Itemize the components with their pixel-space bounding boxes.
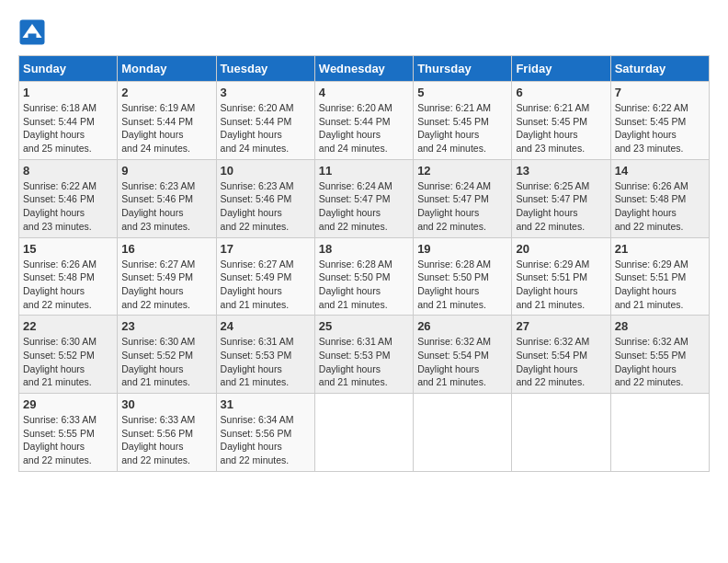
calendar-cell: 29 Sunrise: 6:33 AMSunset: 5:55 PMDaylig… <box>19 394 118 472</box>
day-number: 28 <box>615 319 705 333</box>
day-number: 5 <box>417 86 507 99</box>
day-number: 10 <box>221 164 311 178</box>
day-detail: Sunrise: 6:18 AMSunset: 5:44 PMDaylight … <box>23 101 113 155</box>
day-detail: Sunrise: 6:31 AMSunset: 5:53 PMDaylight … <box>319 335 409 389</box>
day-number: 8 <box>23 164 113 178</box>
day-number: 23 <box>121 319 211 333</box>
day-detail: Sunrise: 6:21 AMSunset: 5:45 PMDaylight … <box>417 101 507 155</box>
calendar-cell: 21 Sunrise: 6:29 AMSunset: 5:51 PMDaylig… <box>610 237 709 316</box>
calendar-body: 1 Sunrise: 6:18 AMSunset: 5:44 PMDayligh… <box>19 82 710 472</box>
header-day-sunday: Sunday <box>19 56 118 82</box>
calendar-table: SundayMondayTuesdayWednesdayThursdayFrid… <box>18 55 710 472</box>
calendar-cell: 11 Sunrise: 6:24 AMSunset: 5:47 PMDaylig… <box>314 159 413 237</box>
calendar-cell: 20 Sunrise: 6:29 AMSunset: 5:51 PMDaylig… <box>512 237 610 316</box>
day-detail: Sunrise: 6:33 AMSunset: 5:55 PMDaylight … <box>23 413 113 467</box>
calendar-cell: 3 Sunrise: 6:20 AMSunset: 5:44 PMDayligh… <box>216 82 314 160</box>
calendar-cell: 5 Sunrise: 6:21 AMSunset: 5:45 PMDayligh… <box>414 82 512 160</box>
calendar-cell <box>414 394 512 472</box>
day-detail: Sunrise: 6:20 AMSunset: 5:44 PMDaylight … <box>221 101 311 155</box>
calendar-cell: 28 Sunrise: 6:32 AMSunset: 5:55 PMDaylig… <box>610 316 709 394</box>
calendar-cell: 10 Sunrise: 6:23 AMSunset: 5:46 PMDaylig… <box>216 159 314 237</box>
header-day-monday: Monday <box>118 56 216 82</box>
header-day-thursday: Thursday <box>414 56 512 82</box>
svg-rect-2 <box>28 34 37 41</box>
calendar-cell: 31 Sunrise: 6:34 AMSunset: 5:56 PMDaylig… <box>216 394 314 472</box>
calendar-cell: 30 Sunrise: 6:33 AMSunset: 5:56 PMDaylig… <box>118 394 216 472</box>
calendar-cell: 1 Sunrise: 6:18 AMSunset: 5:44 PMDayligh… <box>19 82 118 160</box>
calendar-cell: 27 Sunrise: 6:32 AMSunset: 5:54 PMDaylig… <box>512 316 610 394</box>
day-detail: Sunrise: 6:31 AMSunset: 5:53 PMDaylight … <box>221 335 311 389</box>
calendar-cell: 9 Sunrise: 6:23 AMSunset: 5:46 PMDayligh… <box>118 159 216 237</box>
day-detail: Sunrise: 6:33 AMSunset: 5:56 PMDaylight … <box>121 413 211 467</box>
day-number: 11 <box>319 164 409 178</box>
day-number: 1 <box>23 86 113 99</box>
day-detail: Sunrise: 6:28 AMSunset: 5:50 PMDaylight … <box>417 258 507 312</box>
day-number: 25 <box>319 319 409 333</box>
day-detail: Sunrise: 6:26 AMSunset: 5:48 PMDaylight … <box>615 179 705 234</box>
day-number: 21 <box>615 242 705 256</box>
calendar-cell <box>314 394 413 472</box>
day-number: 17 <box>221 242 311 256</box>
day-number: 22 <box>23 319 113 333</box>
day-detail: Sunrise: 6:34 AMSunset: 5:56 PMDaylight … <box>221 413 311 467</box>
day-number: 7 <box>615 86 705 99</box>
day-detail: Sunrise: 6:19 AMSunset: 5:44 PMDaylight … <box>121 101 211 155</box>
day-detail: Sunrise: 6:20 AMSunset: 5:44 PMDaylight … <box>319 101 409 155</box>
day-number: 30 <box>121 397 211 411</box>
logo <box>18 18 50 46</box>
calendar-cell: 18 Sunrise: 6:28 AMSunset: 5:50 PMDaylig… <box>314 237 413 316</box>
calendar-cell: 17 Sunrise: 6:27 AMSunset: 5:49 PMDaylig… <box>216 237 314 316</box>
day-number: 29 <box>23 397 113 411</box>
calendar-cell: 26 Sunrise: 6:32 AMSunset: 5:54 PMDaylig… <box>414 316 512 394</box>
calendar-cell: 16 Sunrise: 6:27 AMSunset: 5:49 PMDaylig… <box>118 237 216 316</box>
day-detail: Sunrise: 6:22 AMSunset: 5:45 PMDaylight … <box>615 101 705 155</box>
day-number: 4 <box>319 86 409 99</box>
calendar-header-row: SundayMondayTuesdayWednesdayThursdayFrid… <box>19 56 710 82</box>
day-detail: Sunrise: 6:32 AMSunset: 5:54 PMDaylight … <box>417 335 507 389</box>
calendar-cell: 4 Sunrise: 6:20 AMSunset: 5:44 PMDayligh… <box>314 82 413 160</box>
calendar-cell: 13 Sunrise: 6:25 AMSunset: 5:47 PMDaylig… <box>512 159 610 237</box>
day-detail: Sunrise: 6:29 AMSunset: 5:51 PMDaylight … <box>516 258 606 312</box>
header-day-tuesday: Tuesday <box>216 56 314 82</box>
day-detail: Sunrise: 6:30 AMSunset: 5:52 PMDaylight … <box>23 335 113 389</box>
day-detail: Sunrise: 6:23 AMSunset: 5:46 PMDaylight … <box>121 179 211 234</box>
day-detail: Sunrise: 6:27 AMSunset: 5:49 PMDaylight … <box>221 258 311 312</box>
day-number: 20 <box>516 242 606 256</box>
day-detail: Sunrise: 6:24 AMSunset: 5:47 PMDaylight … <box>319 179 409 234</box>
day-number: 24 <box>221 319 311 333</box>
day-number: 16 <box>121 242 211 256</box>
day-detail: Sunrise: 6:32 AMSunset: 5:54 PMDaylight … <box>516 335 606 389</box>
day-detail: Sunrise: 6:30 AMSunset: 5:52 PMDaylight … <box>121 335 211 389</box>
day-detail: Sunrise: 6:24 AMSunset: 5:47 PMDaylight … <box>417 179 507 234</box>
calendar-cell: 14 Sunrise: 6:26 AMSunset: 5:48 PMDaylig… <box>610 159 709 237</box>
day-number: 19 <box>417 242 507 256</box>
day-detail: Sunrise: 6:29 AMSunset: 5:51 PMDaylight … <box>615 258 705 312</box>
calendar-cell: 8 Sunrise: 6:22 AMSunset: 5:46 PMDayligh… <box>19 159 118 237</box>
calendar-cell: 6 Sunrise: 6:21 AMSunset: 5:45 PMDayligh… <box>512 82 610 160</box>
day-number: 3 <box>221 86 311 99</box>
header-day-friday: Friday <box>512 56 610 82</box>
header-day-saturday: Saturday <box>610 56 709 82</box>
day-number: 15 <box>23 242 113 256</box>
day-number: 27 <box>516 319 606 333</box>
calendar-cell <box>512 394 610 472</box>
day-number: 26 <box>417 319 507 333</box>
day-detail: Sunrise: 6:22 AMSunset: 5:46 PMDaylight … <box>23 179 113 234</box>
calendar-cell: 15 Sunrise: 6:26 AMSunset: 5:48 PMDaylig… <box>19 237 118 316</box>
calendar-cell: 22 Sunrise: 6:30 AMSunset: 5:52 PMDaylig… <box>19 316 118 394</box>
calendar-week-row: 29 Sunrise: 6:33 AMSunset: 5:55 PMDaylig… <box>19 394 710 472</box>
calendar-cell: 12 Sunrise: 6:24 AMSunset: 5:47 PMDaylig… <box>414 159 512 237</box>
day-detail: Sunrise: 6:21 AMSunset: 5:45 PMDaylight … <box>516 101 606 155</box>
day-detail: Sunrise: 6:25 AMSunset: 5:47 PMDaylight … <box>516 179 606 234</box>
calendar-cell <box>610 394 709 472</box>
header-day-wednesday: Wednesday <box>314 56 413 82</box>
calendar-week-row: 22 Sunrise: 6:30 AMSunset: 5:52 PMDaylig… <box>19 316 710 394</box>
calendar-week-row: 1 Sunrise: 6:18 AMSunset: 5:44 PMDayligh… <box>19 82 710 160</box>
calendar-cell: 19 Sunrise: 6:28 AMSunset: 5:50 PMDaylig… <box>414 237 512 316</box>
calendar-week-row: 8 Sunrise: 6:22 AMSunset: 5:46 PMDayligh… <box>19 159 710 237</box>
calendar-cell: 23 Sunrise: 6:30 AMSunset: 5:52 PMDaylig… <box>118 316 216 394</box>
day-number: 9 <box>121 164 211 178</box>
calendar-cell: 7 Sunrise: 6:22 AMSunset: 5:45 PMDayligh… <box>610 82 709 160</box>
day-detail: Sunrise: 6:32 AMSunset: 5:55 PMDaylight … <box>615 335 705 389</box>
day-detail: Sunrise: 6:23 AMSunset: 5:46 PMDaylight … <box>221 179 311 234</box>
